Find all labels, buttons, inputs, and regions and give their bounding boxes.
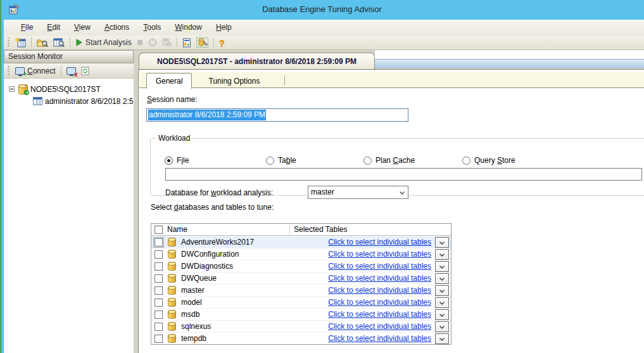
session-name-input[interactable]: administrator 8/6/2018 2:59:09 PM (146, 108, 408, 122)
select-individual-tables-link[interactable]: Click to select individual tables (328, 238, 431, 247)
table-row[interactable]: msdb Click to select individual tables (151, 308, 451, 320)
preview-report-button[interactable] (180, 36, 193, 49)
select-all-checkbox[interactable] (155, 226, 163, 234)
menu-bar: File Edit View Actions Tools Window Help (4, 20, 644, 35)
disconnect-button[interactable]: x (65, 64, 78, 77)
table-row[interactable]: tempdb Click to select individual tables (151, 332, 451, 344)
session-document-tab[interactable]: NODE5\SQL2017ST - administrator 8/6/2018… (139, 53, 375, 69)
select-individual-tables-link[interactable]: Click to select individual tables (328, 334, 431, 343)
collapse-icon[interactable] (9, 86, 15, 92)
select-individual-tables-link[interactable]: Click to select individual tables (328, 298, 431, 307)
menu-view[interactable]: View (67, 20, 98, 35)
tables-dropdown[interactable] (435, 261, 449, 272)
table-row[interactable]: DWQueue Click to select individual table… (151, 272, 451, 284)
toolbar-separator (61, 66, 61, 76)
select-individual-tables-link[interactable]: Click to select individual tables (328, 310, 431, 319)
tree-node-server[interactable]: NODE5\SQL2017ST (4, 83, 134, 95)
title-bar[interactable]: Database Engine Tuning Advisor (0, 0, 644, 20)
chevron-down-icon (439, 302, 445, 305)
help-button[interactable]: ? (217, 36, 227, 49)
tables-dropdown[interactable] (435, 333, 449, 344)
radio-file[interactable]: File (165, 156, 189, 165)
row-checkbox[interactable] (154, 298, 163, 307)
tables-dropdown[interactable] (435, 249, 449, 260)
select-individual-tables-link[interactable]: Click to select individual tables (328, 322, 431, 331)
tune-database-button[interactable] (194, 36, 210, 49)
new-session-button[interactable] (13, 36, 28, 49)
column-divider[interactable] (289, 224, 290, 235)
tables-dropdown[interactable] (435, 237, 449, 248)
import-workload-button[interactable] (51, 36, 66, 49)
column-header-name: Name (167, 225, 187, 234)
table-header-row: Name Selected Tables (151, 224, 451, 236)
table-row[interactable]: master Click to select individual tables (151, 284, 451, 296)
connect-button[interactable]: + Connect (13, 64, 58, 77)
server-icon (18, 84, 28, 94)
tree-node-session[interactable]: administrator 8/6/2018 2:59:09 PM (4, 95, 134, 107)
main-toolbar: Start Analysis (4, 35, 644, 50)
refresh-button[interactable] (79, 64, 91, 77)
radio-table[interactable]: Table (266, 156, 296, 165)
workload-file-input[interactable] (165, 168, 642, 181)
select-individual-tables-link[interactable]: Click to select individual tables (328, 274, 431, 283)
database-name: tempdb (181, 334, 206, 343)
database-analysis-dropdown[interactable]: master (308, 186, 408, 199)
toolbar-grip[interactable] (8, 66, 9, 76)
start-analysis-button[interactable]: Start Analysis (73, 36, 134, 49)
tables-dropdown[interactable] (435, 309, 449, 320)
cancel-button[interactable] (146, 36, 159, 49)
database-icon (168, 334, 176, 343)
tab-divider (284, 75, 285, 85)
radio-plan-cache[interactable]: Plan Cache (363, 156, 415, 165)
app-window: Database Engine Tuning Advisor File Edit… (0, 0, 644, 353)
menu-window[interactable]: Window (168, 20, 209, 35)
server-name: NODE5\SQL2017ST (30, 85, 101, 94)
chevron-down-icon (439, 338, 445, 341)
databases-table: Name Selected Tables AdventureWorks2017 … (151, 223, 451, 345)
session-icon (33, 97, 42, 105)
database-icon (168, 250, 176, 259)
row-checkbox[interactable] (154, 238, 163, 247)
database-name: DWDiagnostics (181, 262, 233, 271)
open-workload-file-icon (37, 38, 48, 48)
menu-actions[interactable]: Actions (98, 20, 136, 35)
menu-help[interactable]: Help (209, 20, 239, 35)
tables-dropdown[interactable] (435, 273, 449, 284)
menu-file[interactable]: File (14, 20, 40, 35)
database-name: DWConfiguration (181, 250, 239, 259)
chevron-down-icon (439, 254, 445, 257)
tune-database-icon (196, 37, 208, 48)
row-checkbox[interactable] (154, 322, 163, 331)
tables-dropdown[interactable] (435, 321, 449, 332)
row-checkbox[interactable] (154, 286, 163, 295)
tab-tuning-options[interactable]: Tuning Options (196, 74, 272, 88)
select-individual-tables-link[interactable]: Click to select individual tables (328, 262, 431, 271)
radio-checked-icon (165, 157, 173, 165)
select-individual-tables-link[interactable]: Click to select individual tables (328, 250, 431, 259)
row-checkbox[interactable] (154, 262, 163, 271)
menu-tools[interactable]: Tools (136, 20, 168, 35)
row-checkbox[interactable] (154, 274, 163, 283)
document-area: NODE5\SQL2017ST - administrator 8/6/2018… (138, 50, 644, 353)
row-checkbox[interactable] (154, 250, 163, 259)
menu-edit[interactable]: Edit (40, 20, 67, 35)
tab-general[interactable]: General (146, 73, 192, 89)
table-row[interactable]: DWConfiguration Click to select individu… (151, 248, 451, 260)
tables-dropdown[interactable] (435, 297, 449, 308)
radio-query-store[interactable]: Query Store (462, 156, 515, 165)
apply-recommendations-button[interactable] (160, 36, 174, 49)
toolbar-grip[interactable] (8, 37, 9, 48)
select-individual-tables-link[interactable]: Click to select individual tables (328, 286, 431, 295)
tables-dropdown[interactable] (435, 285, 449, 296)
table-row[interactable]: AdventureWorks2017 Click to select indiv… (151, 236, 451, 248)
table-row[interactable]: DWDiagnostics Click to select individual… (151, 260, 451, 272)
open-workload-file-button[interactable] (35, 36, 50, 49)
stop-analysis-icon (137, 39, 143, 46)
row-checkbox[interactable] (154, 310, 163, 319)
table-row[interactable]: model Click to select individual tables (151, 296, 451, 308)
table-row[interactable]: sqlnexus Click to select individual tabl… (151, 320, 451, 332)
session-name: administrator 8/6/2018 2:59:09 PM (45, 97, 134, 106)
stop-analysis-button[interactable] (135, 36, 145, 49)
window-title: Database Engine Tuning Advisor (0, 4, 644, 14)
row-checkbox[interactable] (154, 334, 163, 343)
